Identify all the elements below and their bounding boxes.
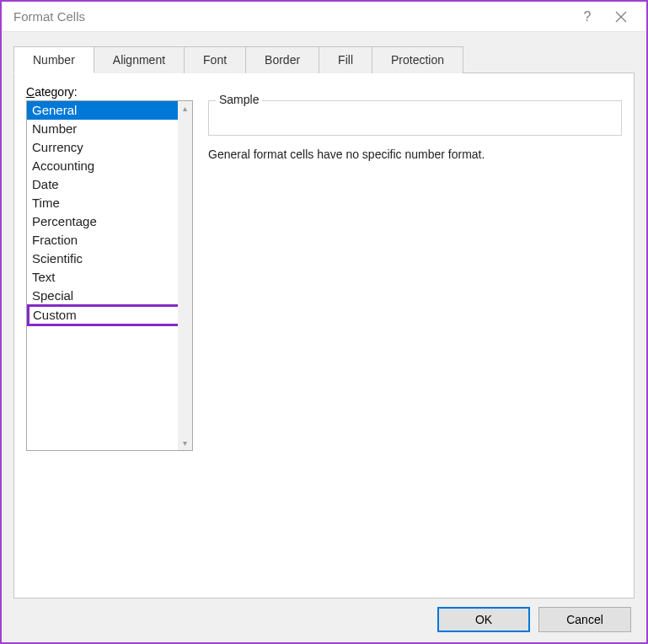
category-item-scientific[interactable]: Scientific	[27, 250, 192, 268]
close-icon	[615, 11, 627, 23]
tab-border[interactable]: Border	[245, 46, 319, 73]
tab-font[interactable]: Font	[184, 46, 246, 73]
listbox-scrollbar[interactable]: ▴ ▾	[178, 101, 192, 450]
category-label: Category:	[26, 85, 622, 99]
tab-protection[interactable]: Protection	[372, 46, 463, 73]
ok-button[interactable]: OK	[437, 607, 530, 632]
help-button[interactable]: ?	[570, 3, 604, 30]
tab-number[interactable]: Number	[13, 46, 94, 73]
category-item-number[interactable]: Number	[27, 120, 192, 138]
category-item-fraction[interactable]: Fraction	[27, 231, 192, 250]
tab-panel-number: Category: GeneralNumberCurrencyAccountin…	[13, 73, 635, 598]
category-item-percentage[interactable]: Percentage	[27, 212, 192, 231]
category-item-special[interactable]: Special	[27, 287, 192, 305]
category-item-time[interactable]: Time	[27, 194, 192, 212]
scroll-up-icon[interactable]: ▴	[178, 101, 192, 115]
category-item-currency[interactable]: Currency	[27, 138, 192, 157]
scroll-down-icon[interactable]: ▾	[178, 436, 192, 450]
titlebar: Format Cells ?	[2, 2, 646, 32]
category-item-general[interactable]: General	[27, 101, 192, 120]
format-description: General format cells have no specific nu…	[208, 148, 622, 161]
button-row: OK Cancel	[13, 598, 635, 632]
tab-strip: NumberAlignmentFontBorderFillProtection	[13, 46, 635, 73]
dialog-body: NumberAlignmentFontBorderFillProtection …	[2, 32, 646, 642]
window-title: Format Cells	[13, 9, 570, 24]
close-button[interactable]	[604, 3, 638, 30]
category-listbox[interactable]: GeneralNumberCurrencyAccountingDateTimeP…	[26, 100, 193, 451]
cancel-button[interactable]: Cancel	[538, 607, 631, 632]
category-item-accounting[interactable]: Accounting	[27, 157, 192, 175]
tab-fill[interactable]: Fill	[319, 46, 372, 73]
category-item-custom[interactable]: Custom	[27, 304, 192, 326]
category-item-date[interactable]: Date	[27, 175, 192, 194]
format-cells-dialog: Format Cells ? NumberAlignmentFontBorder…	[0, 0, 648, 644]
sample-group: Sample	[208, 100, 622, 136]
category-item-text[interactable]: Text	[27, 268, 192, 287]
category-list-items: GeneralNumberCurrencyAccountingDateTimeP…	[27, 101, 192, 450]
tab-alignment[interactable]: Alignment	[94, 46, 185, 73]
sample-legend: Sample	[216, 93, 262, 106]
